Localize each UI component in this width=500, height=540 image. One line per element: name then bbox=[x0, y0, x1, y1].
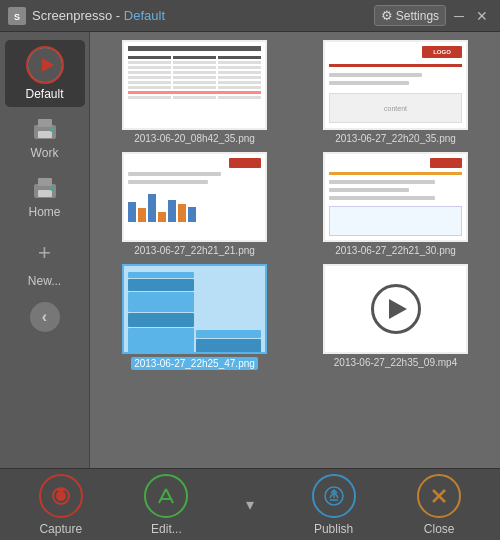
close-app-button[interactable]: Close bbox=[409, 474, 469, 536]
sidebar-item-new[interactable]: + New... bbox=[5, 229, 85, 294]
svg-rect-9 bbox=[38, 178, 52, 186]
sidebar-home-label: Home bbox=[28, 205, 60, 219]
thumbnail-label-img2: 2013-06-27_22h20_35.png bbox=[335, 133, 456, 144]
publish-label: Publish bbox=[314, 522, 353, 536]
settings-label: Settings bbox=[396, 9, 439, 23]
capture-icon bbox=[39, 474, 83, 518]
minimize-button[interactable]: ─ bbox=[450, 8, 468, 24]
sidebar-work-label: Work bbox=[31, 146, 59, 160]
content-area[interactable]: 2013-06-20_08h42_35.png LOGO bbox=[90, 32, 500, 468]
thumbnail-img6 bbox=[323, 264, 468, 354]
edit-button[interactable]: Edit... bbox=[136, 474, 196, 536]
gear-icon: ⚙ bbox=[381, 8, 393, 23]
back-button[interactable]: ‹ bbox=[30, 302, 60, 332]
sidebar-item-work[interactable]: Work bbox=[5, 111, 85, 166]
default-icon bbox=[26, 46, 64, 84]
svg-point-7 bbox=[50, 128, 54, 132]
title-bar-left: S Screenpresso - Default bbox=[8, 7, 165, 25]
publish-button[interactable]: Publish bbox=[304, 474, 364, 536]
app-title: Screenpresso - Default bbox=[32, 8, 165, 23]
app-icon: S bbox=[8, 7, 26, 25]
svg-line-15 bbox=[159, 489, 166, 503]
settings-button[interactable]: ⚙ Settings bbox=[374, 5, 446, 26]
back-icon: ‹ bbox=[42, 308, 47, 326]
sidebar-item-home[interactable]: Home bbox=[5, 170, 85, 225]
capture-button[interactable]: Capture bbox=[31, 474, 91, 536]
thumbnail-label-img6: 2013-06-27_22h35_09.mp4 bbox=[334, 357, 457, 368]
svg-rect-6 bbox=[38, 131, 52, 138]
svg-point-11 bbox=[50, 187, 54, 191]
publish-icon bbox=[312, 474, 356, 518]
thumbnail-img5 bbox=[122, 264, 267, 354]
dropdown-button[interactable]: ▾ bbox=[242, 495, 258, 514]
svg-rect-14 bbox=[57, 488, 65, 491]
svg-rect-5 bbox=[38, 119, 52, 127]
thumbnail-img1 bbox=[122, 40, 267, 130]
thumbnail-label-img1: 2013-06-20_08h42_35.png bbox=[134, 133, 255, 144]
thumbnail-img2: LOGO content bbox=[323, 40, 468, 130]
bottom-bar: Capture Edit... ▾ Publish bbox=[0, 468, 500, 540]
svg-point-13 bbox=[56, 491, 66, 501]
sidebar: Default Work bbox=[0, 32, 90, 468]
thumbnail-label-img3: 2013-06-27_22h21_21.png bbox=[134, 245, 255, 256]
sidebar-new-label: New... bbox=[28, 274, 61, 288]
thumbnail-img3 bbox=[122, 152, 267, 242]
thumbnail-label-img4: 2013-06-27_22h21_30.png bbox=[335, 245, 456, 256]
close-icon bbox=[417, 474, 461, 518]
dropdown-icon: ▾ bbox=[246, 496, 254, 513]
add-icon: + bbox=[27, 235, 63, 271]
list-item[interactable]: 2013-06-27_22h21_30.png bbox=[299, 152, 492, 256]
home-printer-icon bbox=[30, 176, 60, 202]
svg-text:S: S bbox=[14, 12, 20, 22]
svg-line-16 bbox=[166, 489, 173, 503]
svg-rect-10 bbox=[38, 190, 52, 197]
capture-label: Capture bbox=[39, 522, 82, 536]
title-bar: S Screenpresso - Default ⚙ Settings ─ ✕ bbox=[0, 0, 500, 32]
play-icon bbox=[371, 284, 421, 334]
thumbnail-grid: 2013-06-20_08h42_35.png LOGO bbox=[98, 40, 492, 370]
thumbnail-label-img5: 2013-06-27_22h25_47.png bbox=[131, 357, 258, 370]
sidebar-item-default[interactable]: Default bbox=[5, 40, 85, 107]
list-item[interactable]: LOGO content 2013-06-27_22h20_35.png bbox=[299, 40, 492, 144]
profile-link[interactable]: Default bbox=[124, 8, 165, 23]
list-item[interactable]: 2013-06-27_22h35_09.mp4 bbox=[299, 264, 492, 370]
sidebar-default-label: Default bbox=[25, 87, 63, 101]
title-bar-right: ⚙ Settings ─ ✕ bbox=[374, 5, 492, 26]
work-printer-icon bbox=[30, 117, 60, 143]
list-item[interactable]: 2013-06-27_22h21_21.png bbox=[98, 152, 291, 256]
list-item[interactable]: 2013-06-20_08h42_35.png bbox=[98, 40, 291, 144]
edit-label: Edit... bbox=[151, 522, 182, 536]
main-area: Default Work bbox=[0, 32, 500, 468]
close-label: Close bbox=[424, 522, 455, 536]
edit-icon bbox=[144, 474, 188, 518]
thumbnail-img4 bbox=[323, 152, 468, 242]
list-item[interactable]: 2013-06-27_22h25_47.png bbox=[98, 264, 291, 370]
close-button[interactable]: ✕ bbox=[472, 8, 492, 24]
